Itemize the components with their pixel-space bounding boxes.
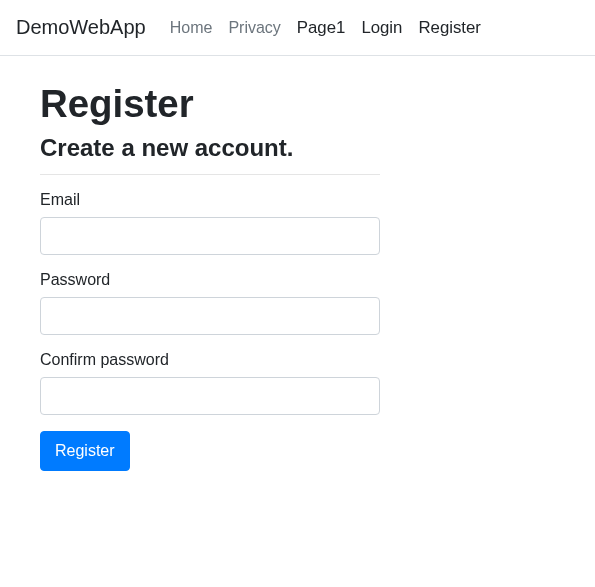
form-group-email: Email [40, 191, 555, 255]
confirm-password-field[interactable] [40, 377, 380, 415]
nav-link-page1[interactable]: Page1 [289, 10, 354, 46]
password-field[interactable] [40, 297, 380, 335]
register-form: Email Password Confirm password Register [40, 191, 555, 471]
nav-link-login[interactable]: Login [353, 10, 410, 46]
form-group-password: Password [40, 271, 555, 335]
page-subtitle: Create a new account. [40, 134, 555, 162]
nav-link-privacy[interactable]: Privacy [220, 11, 288, 45]
confirm-password-label: Confirm password [40, 351, 555, 369]
password-label: Password [40, 271, 555, 289]
email-field[interactable] [40, 217, 380, 255]
email-label: Email [40, 191, 555, 209]
register-button[interactable]: Register [40, 431, 130, 471]
nav-link-register[interactable]: Register [410, 10, 489, 46]
nav-link-home[interactable]: Home [162, 11, 221, 45]
divider [40, 174, 380, 175]
navbar: DemoWebApp Home Privacy Page1 Login Regi… [0, 0, 595, 56]
page-title: Register [40, 82, 555, 126]
navbar-brand[interactable]: DemoWebApp [16, 11, 146, 44]
main-container: Register Create a new account. Email Pas… [0, 56, 595, 487]
form-group-confirm-password: Confirm password [40, 351, 555, 415]
